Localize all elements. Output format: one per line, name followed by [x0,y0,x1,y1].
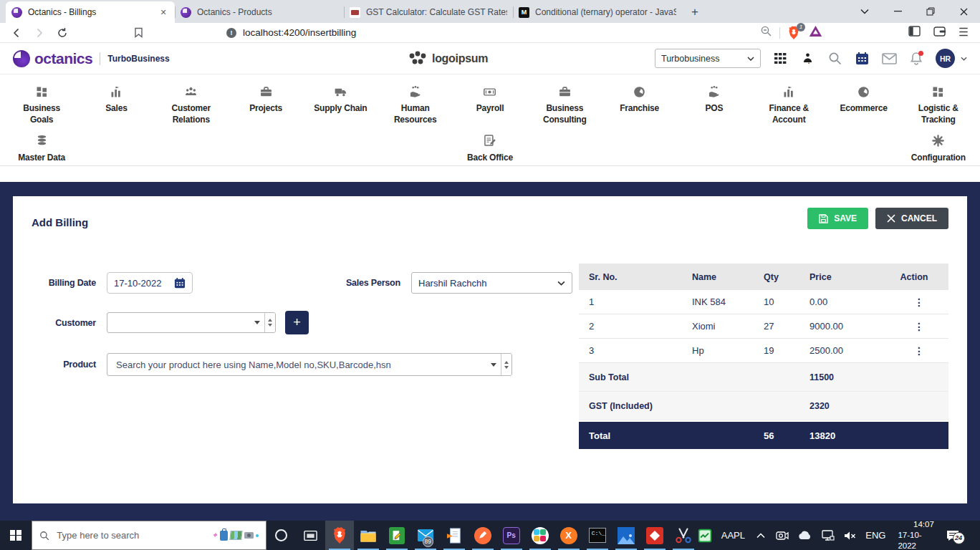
sidebar-icon[interactable] [908,26,921,39]
taskbar-snipping-tool[interactable] [669,521,698,550]
nav-item-back-office[interactable]: Back Office [453,128,527,165]
dropdown-caret-icon[interactable] [250,313,264,332]
browser-menu-icon[interactable] [959,26,969,39]
nav-item-sales[interactable]: Sales [79,79,153,128]
site-info-icon[interactable]: ! [226,28,236,38]
billing-date-field[interactable] [107,272,193,294]
language-indicator[interactable]: ENG [865,530,885,541]
product-search-combobox[interactable] [107,353,512,376]
row-actions-menu-icon[interactable]: ⋮ [904,345,924,357]
browser-tab[interactable]: GST Calculator: Calculate GST Rates in [344,1,513,23]
tab-close-icon[interactable]: ✕ [158,6,169,18]
product-search-input[interactable] [107,354,486,375]
network-icon[interactable] [822,529,835,543]
calendar-icon[interactable] [854,51,870,67]
back-button[interactable] [7,24,26,42]
url-field[interactable]: ! localhost:4200/insertbilling [221,24,760,42]
billing-date-input[interactable] [114,278,174,289]
taskbar-mail[interactable]: 89 [411,521,440,550]
maximize-button[interactable] [914,0,947,23]
zoom-page-icon[interactable] [760,25,772,40]
snipping-tool-icon [674,526,693,545]
taskbar-photos[interactable] [612,521,640,550]
taskbar-terminal[interactable]: C:\_ [583,521,612,550]
nav-item-logistic-tracking[interactable]: Logistic & Tracking [901,79,976,128]
row-actions-menu-icon[interactable]: ⋮ [904,321,924,332]
taskbar-photoshop[interactable]: Ps [497,521,526,550]
start-button[interactable] [0,521,32,550]
cortana-button[interactable] [266,521,297,550]
reload-button[interactable] [53,24,72,42]
nav-item-business-consulting[interactable]: Business Consulting [527,79,602,128]
brave-rewards-icon[interactable] [809,25,822,40]
cancel-button[interactable]: CANCEL [875,208,948,229]
help-support-icon[interactable]: ? [799,51,815,67]
calendar-picker-icon[interactable] [174,278,186,289]
nav-item-supply-chain[interactable]: Supply Chain [303,79,378,128]
dropdown-caret-icon[interactable] [486,354,501,375]
taskbar-brave[interactable] [325,521,354,550]
browser-tab[interactable]: Octanics - Billings✕ [6,1,175,23]
meet-now-icon[interactable] [776,529,789,543]
nav-item-projects[interactable]: Projects [229,79,303,128]
taskbar-pen-tool[interactable] [469,521,497,550]
browser-tab[interactable]: MConditional (ternary) operator - JavaSc [513,1,682,23]
taskbar-clock[interactable]: 14:07 17-10-2022 [898,519,933,550]
nav-item-franchise[interactable]: Franchise [602,79,676,128]
taskbar-file-explorer[interactable] [354,521,383,550]
notification-center[interactable]: 24 [943,530,962,541]
nav-item-configuration[interactable]: Configuration [901,128,976,165]
add-customer-button[interactable]: + [285,311,309,334]
nav-item-master-data[interactable]: Master Data [4,128,79,165]
brave-shields-icon[interactable]: 1 [787,26,802,40]
apps-grid-icon[interactable] [772,51,788,67]
divider [100,52,100,65]
url-text[interactable]: localhost:4200/insertbilling [243,27,356,38]
new-tab-button[interactable]: + [685,2,705,22]
taskbar-xampp[interactable]: X [554,521,583,550]
search-icon[interactable] [827,51,842,67]
tab-search-chevron-icon[interactable] [848,0,881,23]
stocks-app-icon[interactable] [698,529,712,543]
taskbar-task-view[interactable] [297,521,325,550]
profile-chevron-icon[interactable] [961,54,967,62]
task-view-icon [302,526,320,545]
sales-person-select[interactable]: Harshil Rachchh [411,272,572,294]
nav-item-human-resources[interactable]: Human Resources [378,79,453,128]
taskbar-document-viewer[interactable] [440,521,469,550]
nav-item-pos[interactable]: POS [677,79,751,128]
stock-ticker[interactable]: AAPL [721,530,745,541]
nav-item-business-goals[interactable]: Business Goals [4,79,79,128]
browser-tab[interactable]: Octanics - Products [175,1,344,23]
bookmark-icon[interactable] [129,24,148,42]
nav-item-ecommerce[interactable]: Ecommerce [826,79,900,128]
mail-icon[interactable] [881,51,897,67]
volume-muted-icon[interactable] [844,529,856,543]
taskbar-slack[interactable] [526,521,554,550]
brand-logo[interactable]: octanics TurboBusiness [13,50,170,67]
forward-button[interactable] [30,24,49,42]
customer-spinner[interactable] [264,313,275,332]
save-button[interactable]: SAVE [807,208,868,229]
nav-item-finance-account[interactable]: Finance & Account [751,79,826,128]
taskbar-diamond-app[interactable] [640,521,669,550]
taskbar-notes[interactable] [383,521,411,550]
row-actions-menu-icon[interactable]: ⋮ [904,296,924,308]
notifications-bell-icon[interactable] [908,51,924,67]
minimize-button[interactable] [881,0,914,23]
onedrive-cloud-icon[interactable] [798,529,812,543]
product-spinner[interactable] [501,354,511,375]
cortana-icon [275,529,287,541]
close-window-button[interactable] [947,0,980,23]
nav-item-label: Finance & Account [758,102,820,125]
subtotal-label: Sub Total [579,372,810,382]
taskbar-search[interactable]: Type here to search ✦ [32,521,266,550]
nav-item-payroll[interactable]: Payroll [453,79,527,128]
workspace-select[interactable]: Turbobusiness [655,49,761,68]
user-avatar[interactable]: HR [936,49,955,68]
hidden-icons-chevron[interactable] [754,529,767,543]
customer-combobox[interactable] [107,312,276,333]
col-header-price: Price [810,272,880,282]
wallet-icon[interactable] [933,26,946,39]
nav-item-customer-relations[interactable]: Customer Relations [154,79,229,128]
